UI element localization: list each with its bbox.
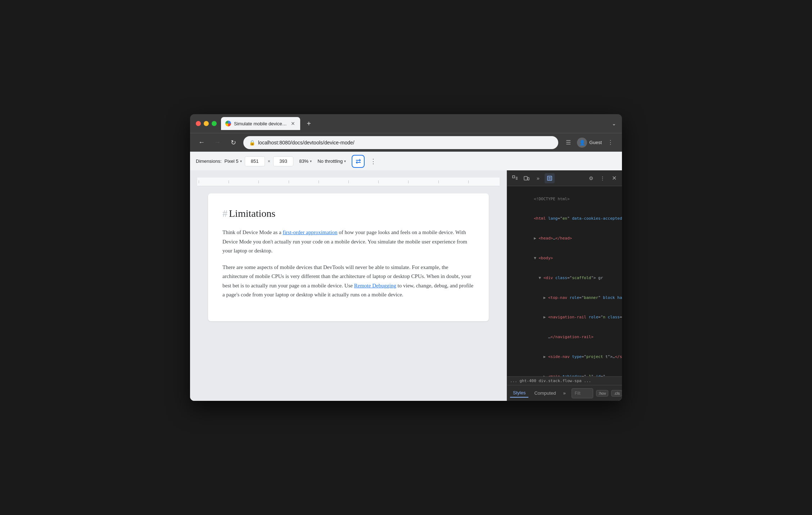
profile-label: Guest xyxy=(589,140,602,145)
profile-button[interactable]: 👤 Guest xyxy=(577,138,602,148)
tab-bar: Simulate mobile devices with D ✕ + xyxy=(221,117,608,130)
page-content: # Limitations Think of Device Mode as a … xyxy=(190,170,507,401)
close-traffic-light[interactable] xyxy=(196,121,201,126)
svg-rect-6 xyxy=(547,176,552,180)
ruler-mark xyxy=(468,180,498,183)
html-line-scaffold[interactable]: ▼ <div class="scaffold"> gr xyxy=(510,268,619,288)
navigation-bar: ← → ↻ 🔒 localhost:8080/docs/devtools/dev… xyxy=(190,133,622,152)
bookmarks-button[interactable]: ☰ xyxy=(563,137,574,148)
ruler-mark xyxy=(258,180,288,183)
ruler-mark xyxy=(199,180,229,183)
inspect-element-button[interactable] xyxy=(510,173,520,183)
html-line-navrail[interactable]: ▶ <navigation-rail role="n class="lg:pad… xyxy=(510,308,619,327)
forward-button[interactable]: → xyxy=(212,137,223,148)
traffic-lights xyxy=(196,121,217,126)
nav-right: ☰ 👤 Guest ⋮ xyxy=(563,137,616,148)
html-line-sidenav[interactable]: ▶ <side-nav type="project t">…</side-nav… xyxy=(510,347,619,367)
new-tab-button[interactable]: + xyxy=(303,118,315,129)
x-separator: × xyxy=(268,158,271,164)
heading-text: Limitations xyxy=(229,208,275,219)
chrome-menu-button[interactable]: ⋮ xyxy=(605,137,616,148)
paragraph1-link[interactable]: first-order approximation xyxy=(283,229,337,235)
lock-icon: 🔒 xyxy=(249,140,255,145)
throttle-selector[interactable]: No throttling ▾ xyxy=(317,158,346,164)
address-bar[interactable]: 🔒 localhost:8080/docs/devtools/device-mo… xyxy=(243,136,558,149)
html-line-main[interactable]: ▶ <main tabindex="-1" id=" xyxy=(510,367,619,376)
tab-close-button[interactable]: ✕ xyxy=(290,120,296,127)
tab-overflow-button[interactable]: ⌄ xyxy=(612,121,616,126)
ruler-mark xyxy=(408,180,438,183)
url-text: localhost:8080/docs/devtools/device-mode… xyxy=(258,140,355,145)
article-paragraph-1: Think of Device Mode as a first-order ap… xyxy=(222,228,474,256)
device-mode-toggle[interactable] xyxy=(522,173,532,183)
devtools-panel: » ⚙ ⋮ ✕ <!DOCTYPE html> xyxy=(507,170,622,401)
ruler-marks xyxy=(197,180,500,183)
back-button[interactable]: ← xyxy=(196,137,207,148)
width-input[interactable] xyxy=(245,156,265,166)
article-paragraph-2: There are some aspects of mobile devices… xyxy=(222,263,474,300)
devtools-close-button[interactable]: ✕ xyxy=(609,173,619,183)
tab-favicon xyxy=(225,121,231,126)
ruler-mark xyxy=(289,180,319,183)
svg-rect-4 xyxy=(524,176,527,180)
zoom-selector[interactable]: 83% ▾ xyxy=(299,158,312,164)
article-heading: # Limitations xyxy=(222,208,474,219)
zoom-dropdown-arrow: ▾ xyxy=(310,159,312,163)
html-source-panel: <!DOCTYPE html> <html lang="en" data-coo… xyxy=(507,186,622,376)
ruler-mark xyxy=(319,180,348,183)
styles-tab[interactable]: Styles xyxy=(510,389,528,398)
html-line-body[interactable]: ▼ <body> xyxy=(510,248,619,268)
zoom-value: 83% xyxy=(299,158,308,164)
reload-button[interactable]: ↻ xyxy=(227,137,239,148)
maximize-traffic-light[interactable] xyxy=(212,121,217,126)
styles-more-button[interactable]: » xyxy=(563,390,565,396)
device-dropdown-arrow: ▾ xyxy=(240,159,242,163)
article-card: # Limitations Think of Device Mode as a … xyxy=(208,193,489,321)
hov-button[interactable]: :hov xyxy=(596,390,609,397)
ruler-mark xyxy=(229,180,258,183)
devtools-statusbar: ... ght-400 div.stack.flow-spa ... xyxy=(507,376,622,385)
browser-window: Simulate mobile devices with D ✕ + ⌄ ← →… xyxy=(190,114,622,401)
device-selector[interactable]: Pixel 5 ▾ xyxy=(225,158,242,164)
device-name: Pixel 5 xyxy=(225,158,239,164)
svg-rect-0 xyxy=(513,176,515,178)
rotate-icon: ⇄ xyxy=(356,157,361,165)
sources-more[interactable]: » xyxy=(533,173,543,183)
ruler-mark xyxy=(438,180,468,183)
styles-filter-input[interactable] xyxy=(572,388,593,398)
title-bar: Simulate mobile devices with D ✕ + ⌄ xyxy=(190,114,622,133)
devtools-bottombar: Styles Computed » :hov .cls + ⊞ ◁ xyxy=(507,385,622,401)
ruler-mark xyxy=(348,180,378,183)
paragraph2-link[interactable]: Remote Debugging xyxy=(354,283,396,288)
elements-panel-button[interactable] xyxy=(545,173,555,183)
settings-button[interactable]: ⚙ xyxy=(586,173,596,183)
html-line-navrail-close: …</navigation-rail> xyxy=(510,327,619,347)
tab-title: Simulate mobile devices with D xyxy=(234,121,287,126)
cls-button[interactable]: .cls xyxy=(611,390,622,397)
main-area: # Limitations Think of Device Mode as a … xyxy=(190,170,622,401)
toolbar-more-button[interactable]: ⋮ xyxy=(367,156,379,167)
status-text: ... ght-400 div.stack.flow-spa ... xyxy=(510,379,591,383)
avatar: 👤 xyxy=(577,138,587,148)
svg-rect-5 xyxy=(528,178,529,180)
computed-tab[interactable]: Computed xyxy=(531,389,559,397)
active-tab[interactable]: Simulate mobile devices with D ✕ xyxy=(221,117,300,130)
devtools-more-button[interactable]: ⋮ xyxy=(597,173,608,183)
paragraph1-before-link: Think of Device Mode as a xyxy=(222,229,283,235)
html-line-head[interactable]: ▶ <head>…</head> xyxy=(510,229,619,248)
throttle-dropdown-arrow: ▾ xyxy=(344,159,346,163)
html-line-html: <html lang="en" data-cookies-accepted da… xyxy=(510,209,619,229)
throttle-value: No throttling xyxy=(317,158,343,164)
heading-hash: # xyxy=(222,208,227,219)
minimize-traffic-light[interactable] xyxy=(204,121,209,126)
devtools-toolbar: Dimensions: Pixel 5 ▾ × 83% ▾ No throttl… xyxy=(190,152,622,170)
ruler-top xyxy=(197,178,500,186)
html-line-doctype: <!DOCTYPE html> xyxy=(510,189,619,209)
devtools-topbar: » ⚙ ⋮ ✕ xyxy=(507,170,622,186)
html-line-topnav[interactable]: ▶ <top-nav role="banner" block hairline-… xyxy=(510,288,619,308)
rotate-button[interactable]: ⇄ xyxy=(352,155,365,168)
height-input[interactable] xyxy=(273,156,293,166)
dimensions-label: Dimensions: xyxy=(196,158,222,164)
ruler-mark xyxy=(378,180,408,183)
